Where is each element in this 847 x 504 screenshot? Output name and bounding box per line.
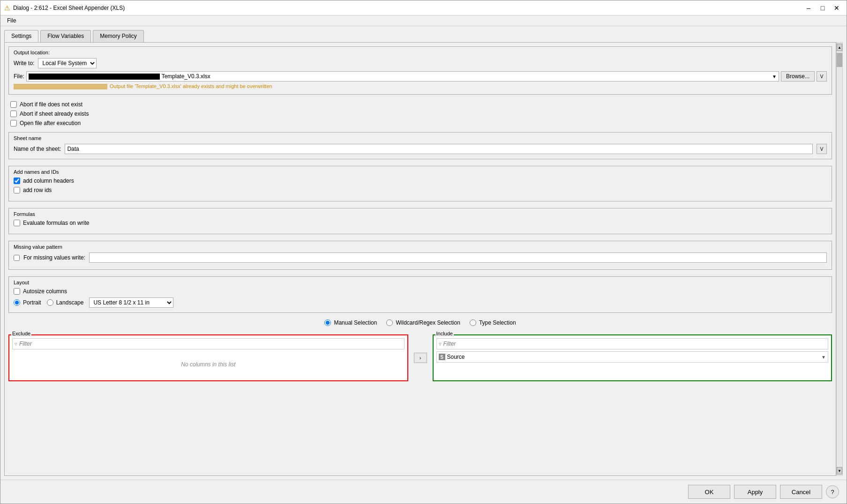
- tabs-bar: Settings Flow Variables Memory Policy: [0, 26, 847, 42]
- include-panel-wrapper: Include ▿ S Source ▼: [433, 330, 832, 381]
- portrait-row: Portrait: [14, 299, 41, 306]
- scrollbar[interactable]: ▲ ▼: [836, 42, 843, 476]
- open-after-checkbox[interactable]: [10, 120, 17, 126]
- missing-value-checkbox[interactable]: [14, 255, 20, 261]
- add-row-ids-label: add row ids: [23, 187, 52, 193]
- move-buttons: ›: [412, 330, 429, 381]
- menu-file[interactable]: File: [4, 16, 19, 25]
- file-combo[interactable]: Template_V0.3.xlsx ▼: [26, 71, 779, 82]
- exclude-no-columns: No columns in this list: [12, 351, 405, 378]
- warning-icon: ⚠: [4, 4, 10, 12]
- write-to-dropdown[interactable]: Local File System: [38, 58, 97, 68]
- abort-not-exist-row: Abort if file does not exist: [10, 101, 830, 108]
- include-filter-icon: ▿: [439, 341, 442, 347]
- file-variable-btn[interactable]: V: [817, 71, 827, 82]
- portrait-radio[interactable]: [14, 299, 20, 306]
- include-filter-row: ▿: [436, 338, 829, 349]
- manual-selection-radio[interactable]: [324, 319, 331, 326]
- abort-not-exist-label: Abort if file does not exist: [20, 101, 82, 108]
- abort-not-exist-checkbox[interactable]: [10, 101, 17, 108]
- tab-memory-policy[interactable]: Memory Policy: [93, 30, 144, 42]
- title-bar-controls: – □ ✕: [802, 3, 843, 13]
- sheet-name-input[interactable]: Data: [65, 144, 813, 154]
- landscape-radio[interactable]: [47, 299, 53, 306]
- output-location-group: Output location: Write to: Local File Sy…: [8, 46, 832, 95]
- scroll-thumb[interactable]: [837, 53, 842, 67]
- add-row-ids-row: add row ids: [14, 187, 827, 193]
- missing-value-group: Missing value pattern For missing values…: [8, 241, 832, 270]
- column-selection-section: Manual Selection Wildcard/Regex Selectio…: [8, 319, 832, 381]
- minimize-button[interactable]: –: [802, 3, 815, 13]
- main-panel: Output location: Write to: Local File Sy…: [4, 42, 836, 476]
- cancel-button[interactable]: Cancel: [780, 485, 822, 499]
- sheet-name-group: Sheet name Name of the sheet: Data V: [8, 132, 832, 159]
- selection-type-row: Manual Selection Wildcard/Regex Selectio…: [8, 319, 832, 326]
- manual-selection-label: Manual Selection: [334, 319, 377, 326]
- footer: OK Apply Cancel ?: [0, 480, 847, 504]
- apply-button[interactable]: Apply: [734, 485, 776, 499]
- write-to-label: Write to:: [14, 60, 34, 67]
- output-location-legend: Output location:: [14, 50, 827, 55]
- sheet-name-legend: Sheet name: [14, 135, 827, 141]
- title-bar-left: ⚠ Dialog - 2:612 - Excel Sheet Appender …: [4, 4, 125, 12]
- landscape-row: Landscape: [47, 299, 84, 306]
- help-button[interactable]: ?: [826, 485, 839, 498]
- type-selection-row: Type Selection: [470, 319, 516, 326]
- move-right-button[interactable]: ›: [414, 353, 427, 363]
- evaluate-formulas-row: Evaluate formulas on write: [14, 220, 827, 226]
- manual-selection-row: Manual Selection: [324, 319, 377, 326]
- close-button[interactable]: ✕: [831, 3, 843, 13]
- file-warning: Output file 'Template_V0.3.xlsx' already…: [14, 83, 827, 89]
- source-label: S Source: [439, 354, 465, 360]
- layout-legend: Layout: [14, 280, 827, 285]
- file-label: File:: [14, 73, 24, 80]
- exclude-panel-wrapper: Exclude ▿ No columns in this list: [8, 330, 408, 381]
- scroll-down[interactable]: ▼: [837, 467, 842, 474]
- add-row-ids-checkbox[interactable]: [14, 187, 20, 193]
- formulas-legend: Formulas: [14, 211, 827, 217]
- exclude-filter-input[interactable]: [19, 341, 402, 347]
- include-filter-input[interactable]: [443, 341, 826, 347]
- abort-sheet-exists-row: Abort if sheet already exists: [10, 111, 830, 117]
- wildcard-selection-radio[interactable]: [386, 319, 393, 326]
- evaluate-formulas-checkbox[interactable]: [14, 220, 20, 226]
- type-selection-radio[interactable]: [470, 319, 476, 326]
- columns-panels: Exclude ▿ No columns in this list ›: [8, 330, 832, 381]
- ok-button[interactable]: OK: [688, 485, 730, 499]
- add-headers-row: add column headers: [14, 178, 827, 184]
- source-text: Source: [447, 354, 465, 360]
- maximize-button[interactable]: □: [817, 3, 829, 13]
- file-row: File: Template_V0.3.xlsx ▼ Browse... V: [14, 71, 827, 82]
- wildcard-selection-row: Wildcard/Regex Selection: [386, 319, 460, 326]
- sheet-variable-btn[interactable]: V: [817, 144, 827, 154]
- include-legend: Include: [435, 331, 454, 336]
- missing-value-label: For missing values write:: [23, 254, 85, 261]
- exclude-filter-icon: ▿: [15, 341, 17, 347]
- include-panel: ▿ S Source ▼: [433, 334, 832, 381]
- autosize-checkbox[interactable]: [14, 288, 20, 295]
- scroll-track[interactable]: [837, 51, 842, 467]
- orientation-row: Portrait Landscape US Letter 8 1/2 x 11 …: [14, 297, 827, 308]
- browse-button[interactable]: Browse...: [781, 71, 815, 82]
- paper-size-dropdown[interactable]: US Letter 8 1/2 x 11 in: [89, 297, 173, 308]
- scroll-up[interactable]: ▲: [837, 44, 842, 51]
- source-row: S Source ▼: [436, 351, 829, 363]
- exclude-legend: Exclude: [11, 331, 31, 336]
- tab-flow-variables[interactable]: Flow Variables: [40, 30, 91, 42]
- abort-sheet-exists-checkbox[interactable]: [10, 111, 17, 117]
- tab-settings[interactable]: Settings: [4, 30, 38, 42]
- landscape-label: Landscape: [56, 299, 84, 306]
- missing-value-input[interactable]: [89, 252, 827, 263]
- add-names-group: Add names and IDs add column headers add…: [8, 166, 832, 201]
- add-headers-checkbox[interactable]: [14, 178, 20, 184]
- write-to-row: Write to: Local File System: [14, 58, 827, 68]
- evaluate-formulas-label: Evaluate formulas on write: [23, 220, 89, 226]
- warning-redacted: [14, 84, 107, 89]
- file-combo-arrow: ▼: [772, 74, 777, 79]
- wildcard-selection-label: Wildcard/Regex Selection: [396, 319, 460, 326]
- autosize-label: Autosize columns: [23, 288, 67, 295]
- layout-group: Layout Autosize columns Portrait Landsca…: [8, 276, 832, 313]
- open-after-label: Open file after execution: [20, 120, 81, 126]
- sheet-name-row: Name of the sheet: Data V: [14, 144, 827, 154]
- formulas-group: Formulas Evaluate formulas on write: [8, 208, 832, 234]
